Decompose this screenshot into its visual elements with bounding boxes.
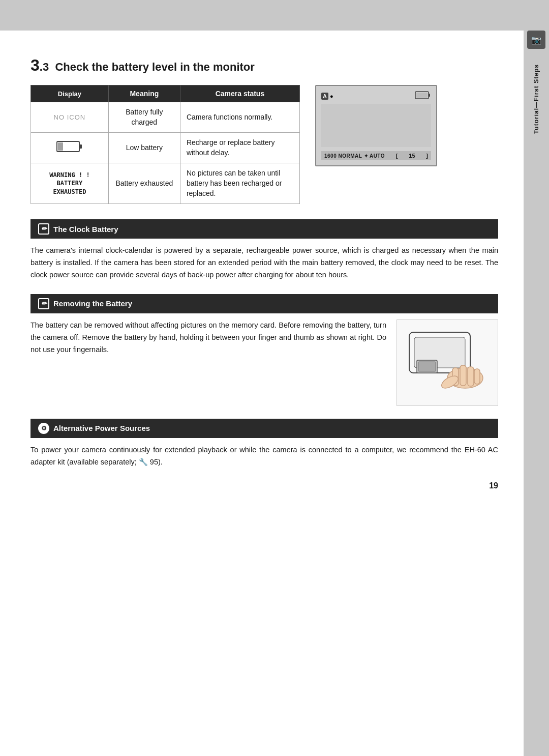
row2-status: Recharge or replace battery without dela… <box>180 133 299 163</box>
pencil-icon: ✏ <box>38 223 49 235</box>
alternative-power-header: ⚙ Alternative Power Sources <box>30 419 498 438</box>
svg-rect-4 <box>429 94 430 97</box>
row1-display: NO ICON <box>31 102 109 133</box>
removing-layout: The battery can be removed without affec… <box>30 319 498 406</box>
cam-bottom-bar: 1600 NORMAL ✦ AUTO [ 15 ] <box>321 151 431 160</box>
hand-illustration <box>396 319 498 406</box>
cam-battery-display <box>415 91 431 101</box>
svg-rect-1 <box>79 144 82 149</box>
removing-battery-header: ✏ Removing the Battery <box>30 294 498 313</box>
row1-status: Camera functions normally. <box>180 102 299 133</box>
svg-rect-14 <box>474 369 480 384</box>
clock-battery-header: ✏ The Clock Battery <box>30 219 498 239</box>
pencil-icon-2: ✏ <box>38 298 49 309</box>
row3-display: WARNING ! !BATTERYEXHAUSTED <box>31 163 109 204</box>
removing-battery-title: Removing the Battery <box>53 299 132 308</box>
alternative-power-body: To power your camera continuously for ex… <box>30 444 498 469</box>
cam-bracket-right: ] <box>426 153 428 159</box>
section-title: 3.3 Check the battery level in the monit… <box>30 56 498 75</box>
section-heading: Check the battery level in the monitor <box>55 61 254 73</box>
clock-battery-body: The camera's internal clock-calendar is … <box>30 245 498 281</box>
alternative-power-section: ⚙ Alternative Power Sources To power you… <box>30 419 498 469</box>
step-label: .3 <box>40 61 49 73</box>
camera-preview: A ● 1600 NORMAL ✦ AUT <box>315 85 447 204</box>
cam-mode-dot: ● <box>330 93 333 99</box>
row1-meaning: Battery fully charged <box>108 102 180 133</box>
clock-battery-title: The Clock Battery <box>53 225 118 234</box>
table-row: WARNING ! !BATTERYEXHAUSTED Battery exha… <box>31 163 300 204</box>
battery-low-icon <box>56 140 83 153</box>
cam-mode-a: A <box>321 93 328 100</box>
cam-battery-icon <box>415 91 431 99</box>
cam-settings-text: 1600 NORMAL ✦ AUTO <box>324 153 385 159</box>
header-meaning: Meaning <box>108 85 180 102</box>
row3-status: No pictures can be taken until battery h… <box>180 163 299 204</box>
alternative-power-title: Alternative Power Sources <box>53 424 150 432</box>
row2-meaning: Low battery <box>108 133 180 163</box>
battery-table: Display Meaning Camera status NO ICON Ba… <box>30 85 300 204</box>
plug-icon: ⚙ <box>38 423 49 434</box>
camera-screen: A ● 1600 NORMAL ✦ AUT <box>315 85 437 166</box>
step-number: 3 <box>30 56 40 74</box>
warning-text: WARNING ! !BATTERYEXHAUSTED <box>37 171 102 196</box>
clock-battery-section: ✏ The Clock Battery The camera's interna… <box>30 219 498 281</box>
cam-main-area <box>321 104 431 147</box>
cam-mode-icons: A ● <box>321 93 333 100</box>
two-col-layout: Display Meaning Camera status NO ICON Ba… <box>30 85 498 204</box>
top-gray-bar <box>0 0 524 31</box>
removing-battery-section: ✏ Removing the Battery The battery can b… <box>30 294 498 406</box>
cam-bracket-left: [ <box>396 153 398 159</box>
header-display: Display <box>31 85 109 102</box>
sidebar-label: Tutorial—First Steps <box>533 64 540 134</box>
no-icon-label: NO ICON <box>54 113 86 121</box>
row3-meaning: Battery exhausted <box>108 163 180 204</box>
main-content: 3.3 Check the battery level in the monit… <box>0 0 524 756</box>
svg-rect-5 <box>416 93 428 98</box>
content-body: 3.3 Check the battery level in the monit… <box>30 56 498 490</box>
cam-count: 15 <box>409 153 415 159</box>
right-sidebar: 📷 Tutorial—First Steps <box>524 0 549 756</box>
svg-rect-13 <box>468 367 474 386</box>
battery-removal-svg <box>399 322 496 403</box>
sidebar-icon-photo: 📷 <box>527 31 545 49</box>
svg-rect-2 <box>58 142 63 151</box>
removing-battery-body: The battery can be removed without affec… <box>30 319 386 356</box>
svg-rect-12 <box>460 365 466 386</box>
sidebar-tab-tutorial[interactable]: Tutorial—First Steps <box>533 64 540 134</box>
row2-display <box>31 133 109 163</box>
cam-top-bar: A ● <box>321 91 431 101</box>
header-status: Camera status <box>180 85 299 102</box>
table-row: NO ICON Battery fully charged Camera fun… <box>31 102 300 133</box>
svg-rect-9 <box>418 362 436 371</box>
table-row: Low battery Recharge or replace battery … <box>31 133 300 163</box>
page-number: 19 <box>30 481 498 490</box>
